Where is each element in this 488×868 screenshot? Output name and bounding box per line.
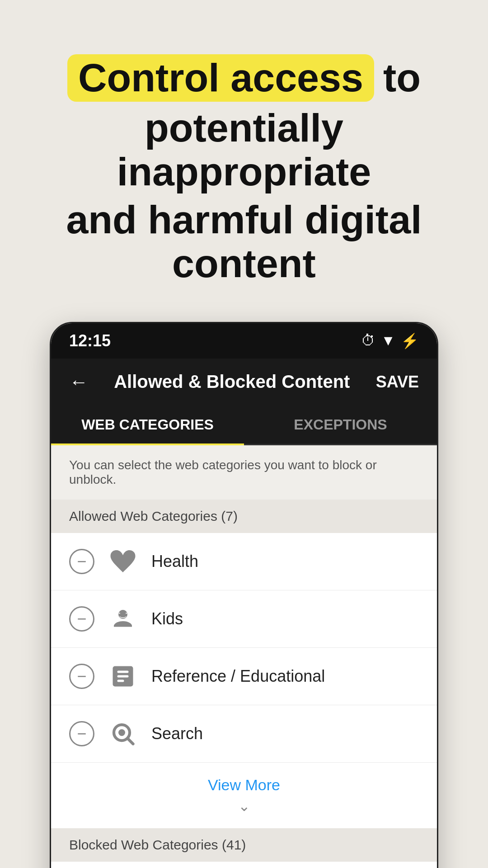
- view-more-button[interactable]: View More: [208, 776, 280, 794]
- list-item: − Health: [51, 533, 437, 590]
- save-button[interactable]: SAVE: [376, 373, 419, 392]
- tab-web-categories[interactable]: WEB CATEGORIES: [51, 406, 244, 444]
- unblock-reference-button[interactable]: −: [69, 664, 94, 689]
- hero-line1-rest: to: [383, 56, 421, 100]
- view-more-section: View More ⌄: [51, 762, 437, 828]
- health-label: Health: [151, 552, 198, 571]
- search-category-icon: [107, 718, 139, 750]
- kids-icon: [107, 603, 139, 635]
- kids-label: Kids: [151, 609, 183, 628]
- blocked-section-header: Blocked Web Categories (41): [51, 828, 437, 862]
- page-title: Allowed & Blocked Content: [114, 372, 350, 392]
- svg-point-2: [126, 613, 127, 614]
- status-time: 12:15: [69, 331, 111, 350]
- content-area: You can select the web categories you wa…: [51, 445, 437, 868]
- reference-label: Reference / Educational: [151, 667, 325, 686]
- app-header: ← Allowed & Blocked Content SAVE: [51, 359, 437, 406]
- minus-icon: −: [77, 553, 86, 570]
- tab-exceptions[interactable]: EXCEPTIONS: [244, 406, 437, 444]
- blocked-category-list: + Abortion +: [51, 862, 437, 868]
- wifi-icon: ▼: [381, 332, 395, 349]
- minus-icon: −: [77, 726, 86, 742]
- back-button[interactable]: ←: [69, 371, 88, 393]
- info-text: You can select the web categories you wa…: [51, 445, 437, 500]
- hero-line3: and harmful digital content: [27, 198, 461, 286]
- allowed-category-list: − Health −: [51, 533, 437, 762]
- search-label: Search: [151, 724, 203, 743]
- health-icon: [107, 546, 139, 577]
- svg-line-8: [128, 739, 133, 744]
- unblock-kids-button[interactable]: −: [69, 606, 94, 632]
- status-icons: ⏱ ▼ ⚡: [361, 332, 419, 349]
- svg-point-1: [119, 613, 120, 614]
- phone-mockup: 12:15 ⏱ ▼ ⚡ ← Allowed & Blocked Content …: [50, 322, 438, 868]
- chevron-down-icon: ⌄: [65, 797, 423, 815]
- list-item: + Abortion: [51, 862, 437, 868]
- status-bar: 12:15 ⏱ ▼ ⚡: [51, 323, 437, 359]
- hero-section: Control access to potentially inappropri…: [0, 0, 488, 322]
- list-item: − Kids: [51, 590, 437, 648]
- minus-icon: −: [77, 611, 86, 627]
- reference-icon: [107, 660, 139, 692]
- list-item: − Reference / Educational: [51, 648, 437, 705]
- timer-icon: ⏱: [361, 332, 375, 349]
- svg-rect-4: [117, 675, 129, 677]
- list-item: − Search: [51, 705, 437, 762]
- hero-line1: Control access to: [27, 54, 461, 102]
- svg-rect-3: [117, 670, 129, 673]
- tabs-container: WEB CATEGORIES EXCEPTIONS: [51, 406, 437, 445]
- unblock-search-button[interactable]: −: [69, 721, 94, 746]
- battery-icon: ⚡: [401, 332, 419, 349]
- hero-line2: potentially inappropriate: [27, 106, 461, 194]
- unblock-health-button[interactable]: −: [69, 549, 94, 574]
- hero-highlight: Control access: [67, 54, 374, 102]
- svg-point-7: [118, 729, 125, 736]
- svg-rect-5: [117, 679, 124, 682]
- minus-icon: −: [77, 668, 86, 684]
- allowed-section-header: Allowed Web Categories (7): [51, 500, 437, 533]
- phone-wrapper: 12:15 ⏱ ▼ ⚡ ← Allowed & Blocked Content …: [50, 322, 438, 868]
